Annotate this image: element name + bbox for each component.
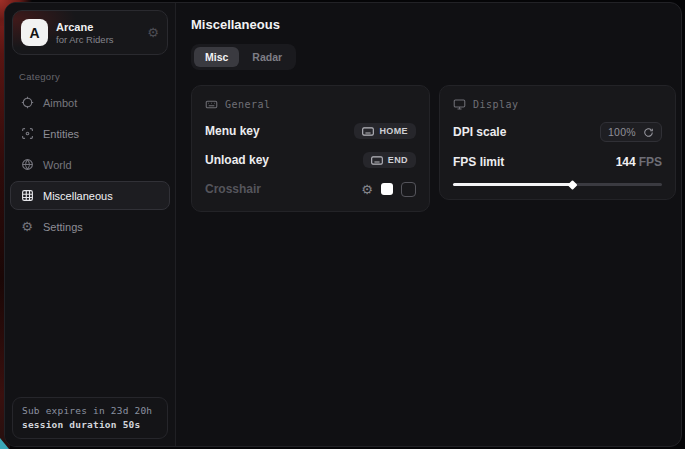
keyboard-icon [205,98,218,111]
globe-icon [20,158,34,172]
dpi-scale-value: 100% [608,126,636,138]
sidebar-item-aimbot[interactable]: Aimbot [10,88,170,117]
unload-key-row: Unload key END [205,151,416,169]
app-subtitle: for Arc Riders [56,34,114,45]
menu-key-value: HOME [379,126,408,136]
app-window: A Arcane for Arc Riders ⚙ Category [4,2,682,447]
grid-icon [20,189,34,203]
gear-icon: ⚙ [20,220,34,234]
tab-bar: Misc Radar [191,44,296,70]
subscription-info: Sub expires in 23d 20h session duration … [12,397,168,439]
refresh-icon[interactable] [643,127,654,138]
sidebar-item-label: Settings [43,221,83,233]
profile-text: Arcane for Arc Riders [56,21,114,45]
monitor-icon [453,98,466,111]
display-card-header: Display [453,96,662,111]
fps-limit-number: 144 [616,155,636,169]
sidebar-item-miscellaneous[interactable]: Miscellaneous [10,181,170,210]
app-logo-letter: A [29,25,39,41]
unload-key-label: Unload key [205,153,269,167]
keybind-icon [362,127,374,136]
sidebar-nav: Aimbot Entities [5,88,175,241]
crosshair-color-swatch[interactable] [381,183,393,195]
dpi-scale-row: DPI scale 100% [453,122,662,142]
display-card: Display DPI scale 100% [439,85,676,200]
main-content: Miscellaneous Misc Radar Gene [176,3,682,446]
profile-card[interactable]: A Arcane for Arc Riders ⚙ [12,10,168,55]
unload-key-button[interactable]: END [363,152,416,168]
fps-limit-value: 144FPS [616,155,662,169]
keybind-icon [371,156,383,165]
page-title: Miscellaneous [191,17,676,32]
crosshair-icon [20,96,34,110]
sidebar-item-settings[interactable]: ⚙ Settings [10,212,170,241]
dpi-scale-select[interactable]: 100% [600,122,662,142]
scan-eye-icon [20,127,34,141]
unload-key-value: END [388,155,408,165]
menu-key-row: Menu key HOME [205,122,416,140]
fps-slider-fill [453,183,572,186]
general-card-header: General [205,96,416,111]
fps-limit-row: FPS limit 144FPS [453,153,662,171]
menu-key-label: Menu key [205,124,260,138]
sync-icon[interactable]: ⚙ [147,26,159,39]
tab-radar[interactable]: Radar [241,47,293,67]
crosshair-checkbox[interactable] [401,182,416,197]
sidebar-item-label: Miscellaneous [43,190,113,202]
session-duration-text: session duration 50s [22,419,158,430]
category-label: Category [19,71,161,82]
general-card: General Menu key HOME [191,85,430,212]
dpi-scale-label: DPI scale [453,125,506,139]
menu-key-button[interactable]: HOME [354,123,416,139]
crosshair-settings-icon[interactable]: ⚙ [361,183,373,196]
crosshair-row: Crosshair ⚙ [205,180,416,198]
cards-row: General Menu key HOME [191,85,676,212]
sidebar: A Arcane for Arc Riders ⚙ Category [5,3,176,446]
fps-slider-thumb[interactable] [568,180,578,190]
sidebar-item-label: Aimbot [43,97,77,109]
fps-limit-label: FPS limit [453,155,504,169]
sidebar-item-label: Entities [43,128,79,140]
sub-expiry-text: Sub expires in 23d 20h [22,405,158,416]
app-logo: A [21,19,48,46]
screen: A Arcane for Arc Riders ⚙ Category [0,0,685,449]
fps-slider[interactable] [453,183,662,186]
sidebar-item-entities[interactable]: Entities [10,119,170,148]
sidebar-item-label: World [43,159,72,171]
sidebar-item-world[interactable]: World [10,150,170,179]
app-title: Arcane [56,21,114,33]
tab-misc[interactable]: Misc [194,47,239,67]
crosshair-label: Crosshair [205,182,261,196]
sidebar-spacer [5,241,175,390]
fps-limit-unit: FPS [639,155,662,169]
general-card-title: General [225,99,271,110]
display-card-title: Display [473,99,519,110]
crosshair-controls: ⚙ [361,182,416,197]
